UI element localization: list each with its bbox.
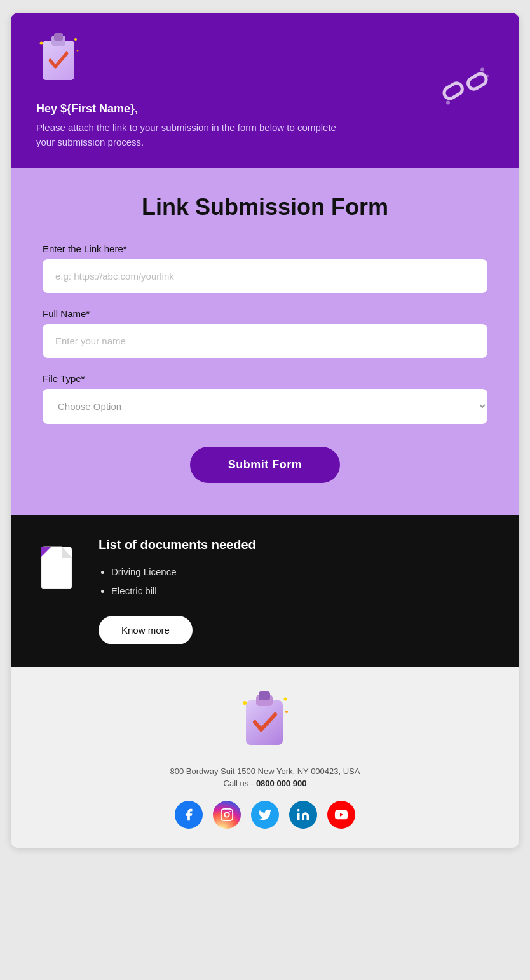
- name-label: Full Name*: [43, 308, 487, 319]
- documents-title: List of documents needed: [99, 538, 494, 552]
- name-input[interactable]: [43, 324, 487, 358]
- svg-rect-7: [442, 81, 465, 100]
- linkedin-icon[interactable]: [289, 801, 317, 829]
- footer-call-prefix: Call us -: [224, 779, 256, 788]
- svg-rect-17: [259, 691, 270, 700]
- svg-point-19: [284, 698, 287, 701]
- svg-rect-3: [54, 33, 63, 41]
- doc-item-2: Electric bill: [111, 582, 494, 601]
- header-logo-icon: [36, 32, 494, 90]
- link-input[interactable]: [43, 259, 487, 293]
- footer-phone: Call us - 0800 000 900: [36, 779, 494, 788]
- svg-rect-1: [43, 41, 74, 80]
- svg-rect-15: [246, 700, 283, 745]
- svg-point-18: [243, 701, 247, 705]
- filetype-select[interactable]: Choose Option PDF Word Document Image Ot…: [43, 389, 487, 424]
- filetype-field-group: File Type* Choose Option PDF Word Docume…: [43, 373, 487, 424]
- svg-rect-23: [297, 813, 300, 820]
- documents-content: List of documents needed Driving Licence…: [99, 538, 494, 644]
- documents-section: List of documents needed Driving Licence…: [11, 515, 519, 667]
- instagram-icon[interactable]: [213, 801, 241, 829]
- footer-section: 800 Bordway Suit 1500 New York, NY 00042…: [11, 667, 519, 848]
- header-greeting: Hey ${First Name},: [36, 102, 494, 116]
- svg-point-11: [486, 74, 489, 77]
- social-icons-row: [36, 801, 494, 829]
- footer-address: 800 Bordway Suit 1500 New York, NY 00042…: [36, 766, 494, 776]
- doc-item-1: Driving Licence: [111, 562, 494, 582]
- youtube-icon[interactable]: [327, 801, 355, 829]
- know-more-button[interactable]: Know more: [99, 616, 193, 644]
- svg-point-9: [480, 67, 484, 71]
- facebook-icon[interactable]: [175, 801, 203, 829]
- header-body: Please attach the link to your submissio…: [36, 121, 341, 149]
- svg-point-4: [40, 42, 43, 45]
- svg-point-10: [446, 100, 450, 104]
- submit-button[interactable]: Submit Form: [190, 447, 341, 483]
- filetype-label: File Type*: [43, 373, 487, 384]
- svg-point-5: [74, 38, 77, 41]
- footer-logo-icon: [36, 690, 494, 756]
- name-field-group: Full Name*: [43, 308, 487, 358]
- form-section: Link Submission Form Enter the Link here…: [11, 168, 519, 515]
- email-container: Hey ${First Name}, Please attach the lin…: [11, 13, 519, 848]
- svg-rect-21: [221, 809, 233, 820]
- svg-point-20: [285, 711, 288, 713]
- svg-rect-8: [466, 71, 488, 91]
- document-icon: [36, 540, 81, 601]
- form-title: Link Submission Form: [43, 194, 487, 221]
- svg-point-24: [297, 809, 300, 812]
- chain-link-icon: [437, 60, 494, 121]
- documents-list: Driving Licence Electric bill: [99, 562, 494, 601]
- twitter-icon[interactable]: [251, 801, 279, 829]
- footer-phone-number: 0800 000 900: [256, 779, 307, 788]
- link-field-group: Enter the Link here*: [43, 243, 487, 293]
- link-label: Enter the Link here*: [43, 243, 487, 254]
- svg-point-6: [77, 50, 79, 52]
- header-section: Hey ${First Name}, Please attach the lin…: [11, 13, 519, 168]
